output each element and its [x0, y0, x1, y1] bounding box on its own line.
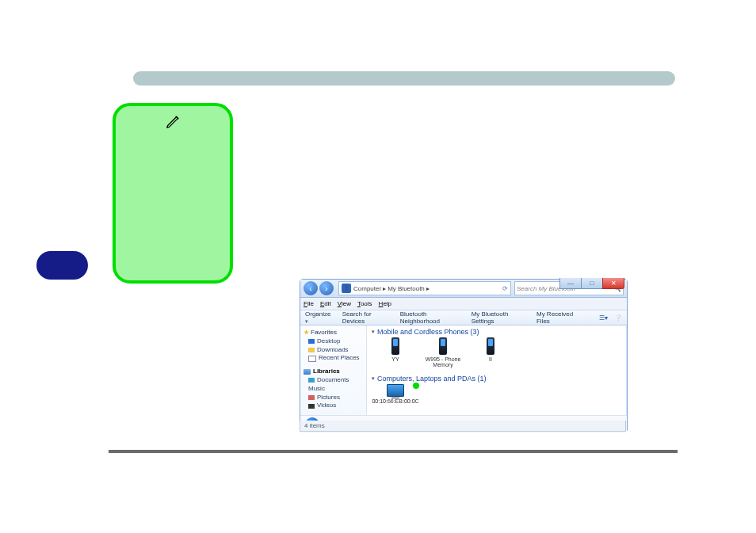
status-text: 4 items — [304, 422, 325, 429]
menu-help[interactable]: Help — [379, 300, 391, 307]
group-header-computers[interactable]: ▾ Computers, Laptops and PDAs (1) — [372, 375, 622, 383]
device-label: W995 - Phone Memory — [419, 356, 467, 374]
breadcrumb-root[interactable]: Computer — [353, 285, 381, 292]
tree-recent[interactable]: Recent Places — [308, 354, 364, 363]
cmd-my-received-files[interactable]: My Received Files — [536, 310, 583, 325]
tree-favorites[interactable]: ★Favorites — [304, 329, 364, 337]
device-item[interactable]: 00:10:66:EB:00:0C — [372, 384, 419, 415]
device-item[interactable]: W995 - Phone Memory — [419, 337, 467, 374]
menu-tools[interactable]: Tools — [357, 300, 372, 307]
window-buttons: — □ ✕ — [560, 278, 624, 290]
device-label: YY — [391, 356, 399, 374]
pen-icon — [165, 112, 182, 131]
star-icon: ★ — [304, 329, 309, 337]
tree-documents[interactable]: Documents — [308, 376, 364, 385]
help-icon[interactable]: ❔ — [614, 314, 622, 322]
content-pane: ▾ Mobile and Cordless Phones (3) YY W995… — [367, 326, 627, 415]
group-header-phones[interactable]: ▾ Mobile and Cordless Phones (3) — [372, 328, 622, 336]
bluetooth-icon: ᛒ — [342, 284, 351, 293]
device-item[interactable]: YY — [372, 337, 419, 374]
phone-icon — [487, 337, 494, 355]
group-row-phones: YY W995 - Phone Memory II — [372, 337, 622, 374]
breadcrumb-node[interactable]: My Bluetooth — [388, 285, 425, 292]
chevron-right-icon: ▸ — [383, 285, 386, 292]
phone-icon — [439, 337, 447, 355]
tree-desktop[interactable]: Desktop — [308, 337, 364, 346]
group-title: Mobile and Cordless Phones (3) — [377, 328, 479, 336]
phone-icon — [391, 337, 399, 355]
page-pill — [36, 251, 88, 280]
device-label: II — [489, 356, 492, 374]
minimize-button[interactable]: — — [559, 278, 582, 289]
desktop-icon — [308, 339, 315, 344]
menu-file[interactable]: FFileile — [304, 300, 314, 307]
libraries-icon — [304, 369, 311, 375]
explorer-window: — □ ✕ ‹ › ᛒ Computer ▸ My Bluetooth ▸ ⟳ … — [300, 279, 628, 431]
group-row-computers: 00:10:66:EB:00:0C — [372, 384, 622, 415]
tree-pictures[interactable]: Pictures — [308, 394, 364, 402]
collapse-icon: ▾ — [372, 375, 375, 382]
status-bar: 4 items — [300, 421, 626, 432]
videos-icon — [308, 404, 315, 409]
cmd-organize[interactable]: Organize — [305, 310, 333, 325]
command-bar: Organize Search for Devices Bluetooth Ne… — [300, 310, 627, 326]
pictures-icon — [308, 395, 315, 400]
tree-downloads[interactable]: Downloads — [308, 346, 364, 355]
cmd-bluetooth-neighborhood[interactable]: Bluetooth Neighborhood — [400, 310, 462, 325]
refresh-icon[interactable]: ⟳ — [502, 285, 508, 292]
menu-bar: FFileile Edit View Tools Help — [300, 298, 627, 310]
nav-pane: ★Favorites Desktop Downloads Recent Plac… — [300, 326, 367, 415]
menu-view[interactable]: View — [338, 300, 351, 307]
title-bar — [133, 71, 675, 86]
tree-music[interactable]: Music — [308, 385, 364, 394]
footer-rule — [109, 450, 678, 453]
back-button[interactable]: ‹ — [304, 281, 318, 295]
collapse-icon: ▾ — [372, 329, 375, 335]
tree-libraries[interactable]: Libraries — [304, 367, 364, 376]
documents-icon — [308, 378, 315, 383]
note-card — [113, 103, 233, 284]
cmd-search-devices[interactable]: Search for Devices — [342, 310, 391, 325]
view-icon[interactable]: ☰▾ — [599, 314, 608, 322]
close-button[interactable]: ✕ — [602, 278, 624, 289]
tree-videos[interactable]: Videos — [308, 402, 364, 410]
forward-button[interactable]: › — [319, 281, 334, 295]
maximize-button[interactable]: □ — [581, 278, 603, 289]
chevron-right-icon: ▸ — [426, 285, 430, 292]
address-bar[interactable]: ᛒ Computer ▸ My Bluetooth ▸ ⟳ — [338, 281, 511, 295]
explorer-body: ★Favorites Desktop Downloads Recent Plac… — [300, 326, 627, 415]
downloads-icon — [308, 348, 315, 352]
device-item[interactable]: II — [467, 337, 514, 374]
group-title: Computers, Laptops and PDAs (1) — [377, 375, 487, 383]
menu-edit[interactable]: Edit — [320, 300, 331, 307]
computer-icon — [387, 384, 404, 397]
device-label: 00:10:66:EB:00:0C — [372, 398, 418, 415]
cmd-my-bluetooth-settings[interactable]: My Bluetooth Settings — [472, 310, 527, 325]
recent-icon — [308, 356, 316, 362]
